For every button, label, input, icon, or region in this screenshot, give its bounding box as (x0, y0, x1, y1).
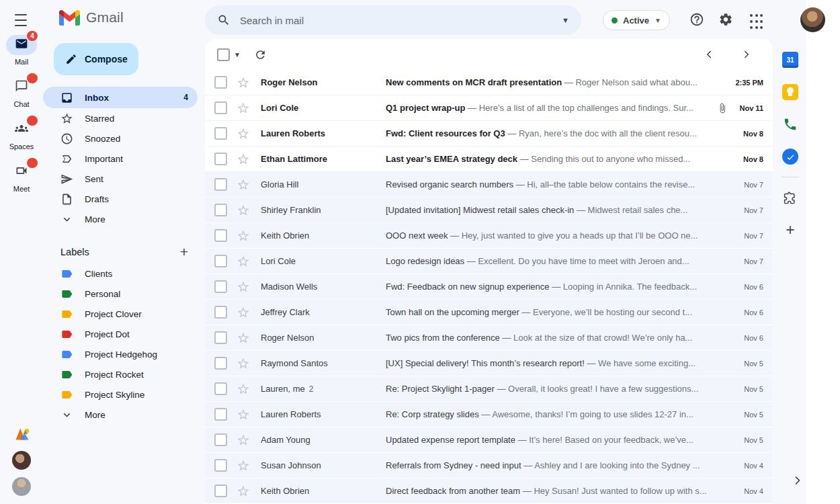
email-row[interactable]: Ethan Lattimore Last year’s EMEA strateg… (205, 146, 773, 172)
google-voice-icon[interactable] (782, 116, 798, 132)
list-toolbar: ▼ (205, 39, 773, 70)
star-icon[interactable] (237, 331, 250, 345)
nav-item-drafts[interactable]: Drafts (43, 189, 198, 209)
email-row[interactable]: Roger Nelson New comments on MCR draft p… (205, 70, 773, 95)
email-row[interactable]: Lauren, me2 Re: Project Skylight 1-pager… (205, 376, 773, 402)
email-row[interactable]: Lauren Roberts Fwd: Client resources for… (205, 121, 773, 146)
star-icon[interactable] (237, 127, 250, 140)
search-options-caret-icon[interactable]: ▼ (562, 16, 569, 24)
rail-item-mail[interactable]: 4 Mail (6, 35, 37, 66)
label-item-project-hedgehog[interactable]: Project Hedgehog (43, 344, 198, 364)
row-checkbox[interactable] (214, 459, 227, 472)
email-row[interactable]: Roger Nelson Two pics from the conferenc… (205, 325, 773, 351)
star-icon[interactable] (237, 101, 250, 115)
row-checkbox[interactable] (214, 76, 227, 89)
email-row[interactable]: Lauren Roberts Re: Corp strategy slides … (205, 402, 773, 427)
row-checkbox[interactable] (214, 485, 227, 497)
star-icon[interactable] (237, 306, 250, 319)
row-checkbox[interactable] (214, 331, 227, 344)
contact-avatar-1[interactable] (12, 451, 31, 470)
star-icon[interactable] (237, 255, 250, 268)
account-avatar[interactable] (800, 7, 825, 32)
contact-avatar-2[interactable] (12, 477, 31, 496)
show-side-panel-icon[interactable] (791, 474, 804, 487)
label-item-project-dot[interactable]: Project Dot (43, 324, 198, 344)
search-input[interactable]: Search in mail ▼ (205, 5, 581, 35)
nav-item-starred[interactable]: Starred (43, 108, 198, 128)
google-keep-icon[interactable] (782, 84, 798, 100)
email-row[interactable]: Keith Obrien Direct feedback from anothe… (205, 478, 773, 504)
row-checkbox[interactable] (214, 306, 227, 319)
rail-item-meet[interactable]: Meet (6, 162, 37, 193)
google-calendar-icon[interactable]: 31 (782, 52, 798, 68)
add-panel-app-icon[interactable]: + (782, 222, 798, 238)
select-caret-icon[interactable]: ▼ (234, 51, 241, 58)
email-row[interactable]: Madison Wells Fwd: Feedback on new signu… (205, 274, 773, 300)
label-item-project-rocket[interactable]: Project Rocket (43, 364, 198, 384)
get-addons-icon[interactable] (782, 190, 798, 206)
rail-item-chat[interactable]: Chat (6, 77, 37, 108)
nav-item-sent[interactable]: Sent (43, 169, 198, 189)
nav-item-important[interactable]: Important (43, 149, 198, 169)
status-label: Active (623, 15, 649, 26)
email-row[interactable]: Adam Young Updated expense report templa… (205, 427, 773, 453)
email-row[interactable]: Lori Cole Logo redesign ideas — Excellen… (205, 249, 773, 274)
email-sender: Raymond Santos (261, 358, 386, 368)
row-checkbox[interactable] (214, 382, 227, 395)
email-row[interactable]: Jeffrey Clark Town hall on the upcoming … (205, 300, 773, 325)
label-item-personal[interactable]: Personal (43, 284, 198, 304)
email-row[interactable]: Susan Johnson Referrals from Sydney - ne… (205, 453, 773, 478)
row-checkbox[interactable] (214, 178, 227, 191)
nav-item-inbox[interactable]: Inbox 4 (43, 87, 198, 108)
nav-item-label: Starred (85, 114, 114, 124)
compose-button[interactable]: Compose (54, 43, 138, 75)
row-checkbox[interactable] (214, 153, 227, 165)
star-icon[interactable] (237, 357, 250, 370)
star-icon[interactable] (237, 178, 250, 192)
row-checkbox[interactable] (214, 204, 227, 216)
email-row[interactable]: Shirley Franklin [Updated invitation] Mi… (205, 198, 773, 223)
email-row[interactable]: Lori Cole Q1 project wrap-up — Here’s a … (205, 95, 773, 121)
row-checkbox[interactable] (214, 229, 227, 242)
settings-icon[interactable] (718, 12, 734, 28)
nav-item-snoozed[interactable]: Snoozed (43, 128, 198, 149)
google-tasks-icon[interactable] (782, 149, 798, 165)
star-icon[interactable] (237, 382, 250, 396)
label-item-more[interactable]: More (43, 405, 198, 425)
refresh-icon[interactable] (254, 48, 267, 61)
older-page-icon[interactable] (741, 48, 753, 60)
email-row[interactable]: Raymond Santos [UX] Special delivery! Th… (205, 351, 773, 376)
email-row[interactable]: Keith Obrien OOO next week — Hey, just w… (205, 223, 773, 249)
nav-item-label: More (85, 410, 106, 420)
select-all-checkbox[interactable] (217, 48, 230, 61)
newer-page-icon[interactable] (703, 48, 715, 60)
star-icon[interactable] (237, 204, 250, 217)
row-checkbox[interactable] (214, 127, 227, 140)
help-icon[interactable] (689, 12, 706, 28)
rail-items: 4 Mail Chat Spaces Meet (0, 35, 43, 193)
star-icon[interactable] (237, 433, 250, 447)
row-checkbox[interactable] (214, 357, 227, 370)
star-icon[interactable] (237, 408, 250, 421)
label-item-clients[interactable]: Clients (43, 263, 198, 284)
star-icon[interactable] (237, 485, 250, 498)
star-icon[interactable] (237, 229, 250, 243)
row-checkbox[interactable] (214, 433, 227, 446)
label-item-project-clover[interactable]: Project Clover (43, 304, 198, 324)
nav-item-more[interactable]: More (43, 209, 198, 229)
row-checkbox[interactable] (214, 255, 227, 267)
star-icon[interactable] (237, 76, 250, 89)
label-item-project-skyline[interactable]: Project Skyline (43, 384, 198, 405)
main-menu-icon[interactable] (11, 13, 32, 28)
star-icon[interactable] (237, 153, 250, 166)
status-selector[interactable]: Active ▼ (603, 10, 670, 30)
rail-item-spaces[interactable]: Spaces (6, 120, 37, 151)
star-icon[interactable] (237, 280, 250, 294)
row-checkbox[interactable] (214, 408, 227, 421)
google-apps-icon[interactable] (748, 12, 768, 32)
star-icon[interactable] (237, 459, 250, 472)
create-label-button[interactable]: + (180, 246, 188, 258)
row-checkbox[interactable] (214, 280, 227, 293)
row-checkbox[interactable] (214, 101, 227, 114)
email-row[interactable]: Gloria Hill Revised organic search numbe… (205, 172, 773, 198)
